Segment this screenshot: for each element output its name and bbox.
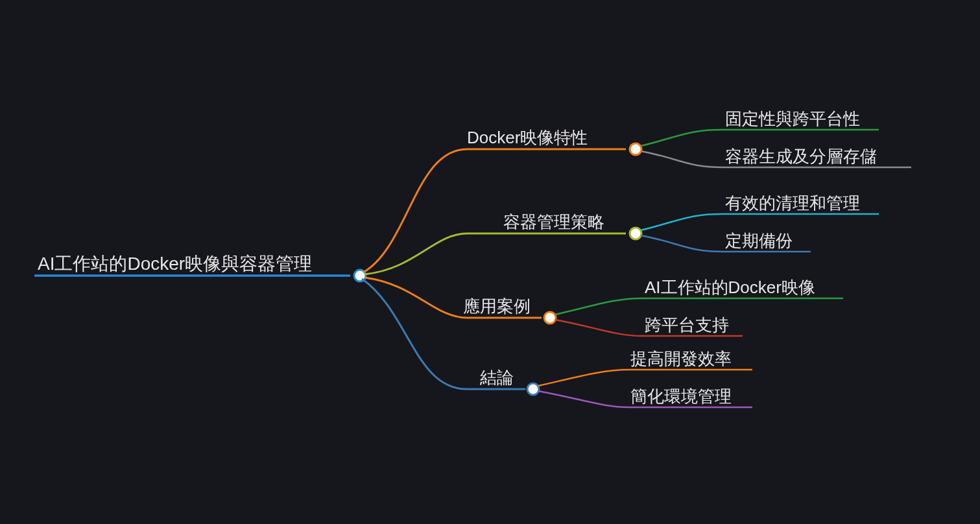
branch-3-label[interactable]: 應用案例 [463,295,531,318]
branch-3-node-circle[interactable] [544,312,556,324]
branch-2-connector [365,233,626,274]
branch-2-node-circle[interactable] [630,228,641,239]
branch-1-child-2-label[interactable]: 容器生成及分層存儲 [725,145,877,168]
branch-4-label[interactable]: 結論 [480,366,514,389]
branch-4-child-1-label[interactable]: 提高開發效率 [630,348,732,370]
branch-2-label[interactable]: 容器管理策略 [503,211,604,233]
branch-3-child-1-label[interactable]: AI工作站的Docker映像 [645,276,815,299]
root-label[interactable]: AI工作站的Docker映像與容器管理 [38,252,312,276]
branch-4-child-1-connector [538,370,752,386]
branch-2-child-1-connector [641,214,879,230]
branch-4-child-2-label[interactable]: 簡化環境管理 [630,385,732,408]
branch-3-child-1-connector [555,298,843,315]
branch-1-node-circle[interactable] [630,143,641,155]
branch-2-child-2-label[interactable]: 定期備份 [725,230,793,252]
branch-1-child-1-label[interactable]: 固定性與跨平台性 [725,108,860,130]
branch-3-child-2-label[interactable]: 跨平台支持 [645,314,729,337]
branch-1-label[interactable]: Docker映像特性 [467,126,588,149]
branch-1-child-1-connector [641,130,879,146]
branch-4-node-circle[interactable] [527,383,539,395]
branch-2-child-1-label[interactable]: 有效的清理和管理 [725,192,860,215]
